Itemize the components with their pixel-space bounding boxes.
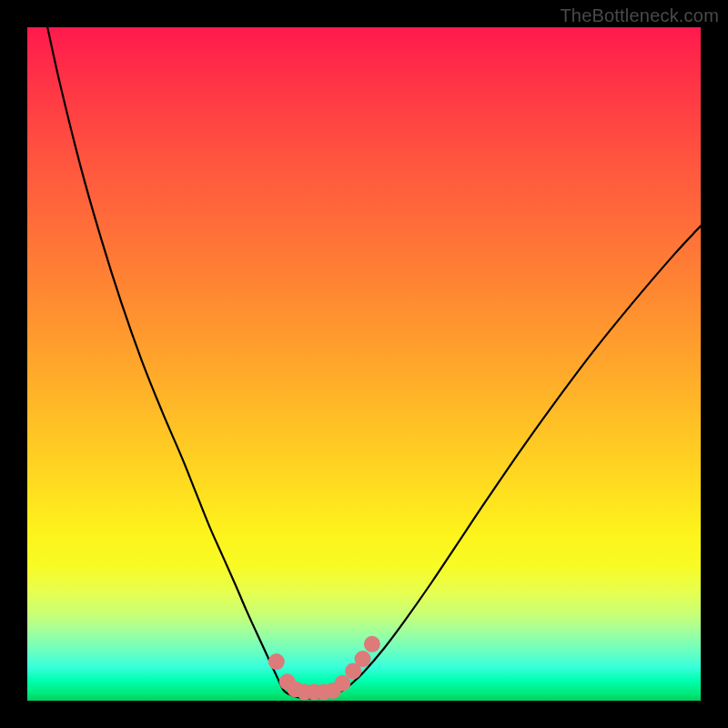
data-marker (268, 653, 285, 670)
watermark-text: TheBottleneck.com (560, 5, 719, 26)
chart-svg (27, 27, 701, 701)
data-marker (355, 651, 371, 667)
chart-frame: TheBottleneck.com (0, 0, 728, 728)
data-marker (364, 636, 380, 652)
curve-group (47, 27, 701, 698)
bottleneck-curve (47, 27, 701, 698)
plot-area (27, 27, 701, 701)
